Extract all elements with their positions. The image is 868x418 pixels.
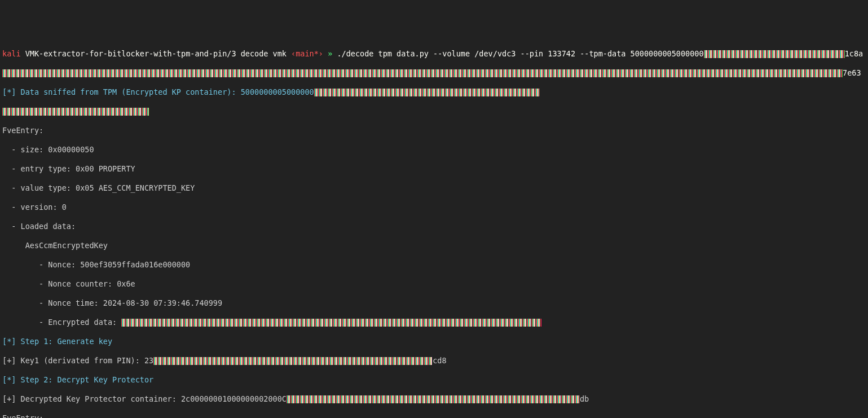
step-header: [*] Step 1: Generate key: [2, 337, 112, 346]
command: ./decode tpm data.py --volume /dev/vdc3 …: [337, 49, 703, 58]
prompt-branch: ‹main*›: [291, 49, 323, 58]
redacted-icon: [287, 395, 580, 403]
terminal-output[interactable]: kali VMK-extractor-for-bitlocker-with-tp…: [2, 39, 866, 418]
step-header: [*] Step 2: Decrypt Key Protector: [2, 375, 153, 384]
redacted-icon: [704, 50, 845, 58]
fve-entry-header: FveEntry:: [2, 413, 866, 418]
redacted-icon: [314, 89, 540, 96]
fve-entry-header: FveEntry:: [2, 126, 866, 135]
redacted-icon: [2, 69, 843, 77]
redacted-icon: [2, 108, 149, 116]
prompt-host: kali: [2, 49, 21, 58]
prompt-path: VMK-extractor-for-bitlocker-with-tpm-and…: [25, 49, 287, 58]
redacted-icon: [121, 319, 541, 327]
redacted-icon: [153, 357, 433, 365]
tpm-data-tail: 1c8a: [845, 49, 863, 58]
prompt-line[interactable]: kali VMK-extractor-for-bitlocker-with-tp…: [2, 49, 866, 59]
step-header: [*] Data sniffed from TPM (Encrypted KP …: [2, 87, 314, 96]
